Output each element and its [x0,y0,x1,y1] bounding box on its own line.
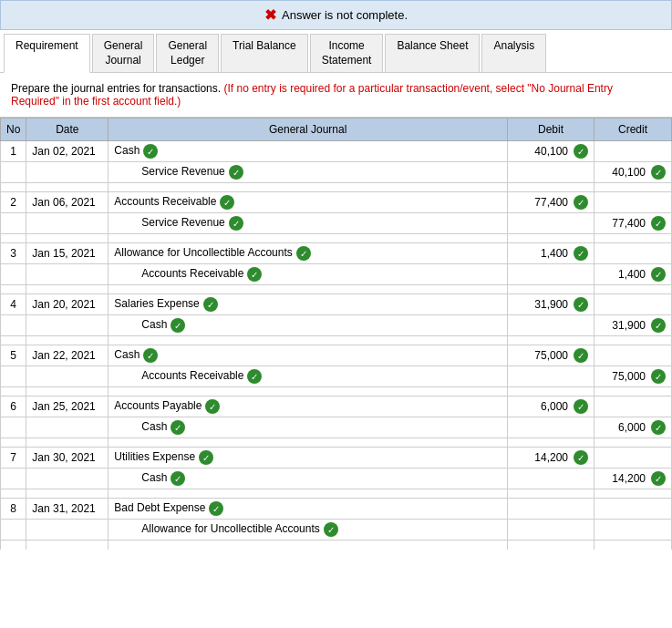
check-icon: ✓ [143,348,158,363]
cell-journal[interactable]: Allowance for Uncollectible Accounts✓ [109,243,508,264]
cell-credit[interactable]: 40,100✓ [594,162,672,183]
table-row: 8Jan 31, 2021Bad Debt Expense✓ [1,499,672,520]
check-icon: ✓ [324,522,338,537]
check-icon: ✓ [220,195,234,210]
cell-debit[interactable]: 14,200✓ [508,448,594,468]
table-row: Service Revenue✓77,400✓ [1,213,672,234]
cell-credit[interactable]: 6,000✓ [594,417,672,438]
cell-credit[interactable] [594,396,672,417]
tab-requirement[interactable]: Requirement [4,34,90,73]
cell-date [26,520,109,540]
cell-journal[interactable]: Accounts Receivable✓ [109,366,508,387]
account-text: Accounts Receivable [114,267,243,280]
table-row: 6Jan 25, 2021Accounts Payable✓6,000✓ [1,396,672,417]
cell-journal[interactable]: Cash✓ [109,141,508,162]
cell-debit[interactable]: 6,000✓ [508,396,594,417]
table-row: 5Jan 22, 2021Cash✓75,000✓ [1,345,672,366]
check-icon: ✓ [574,195,588,210]
check-icon: ✓ [574,246,588,261]
cell-no [1,468,26,489]
tab-general-ledger[interactable]: General Ledger [156,34,219,72]
cell-credit[interactable] [594,294,672,315]
cell-debit[interactable] [508,162,594,183]
cell-debit[interactable]: 75,000✓ [508,345,594,366]
cell-credit[interactable]: 77,400✓ [594,213,672,234]
credit-value: 40,100 [612,166,646,179]
table-row: 1Jan 02, 2021Cash✓40,100✓ [1,141,672,162]
col-journal: General Journal [109,118,508,141]
tab-general-journal[interactable]: General Journal [92,34,155,72]
cell-debit[interactable] [508,264,594,285]
check-icon: ✓ [651,471,666,486]
cell-credit[interactable] [594,243,672,264]
cell-journal[interactable]: Accounts Receivable✓ [109,264,508,285]
cell-credit[interactable] [594,345,672,366]
check-icon: ✓ [229,216,243,231]
account-text: Allowance for Uncollectible Accounts [114,522,319,535]
debit-value: 40,100 [534,145,568,158]
cell-debit[interactable] [508,520,594,540]
cell-debit[interactable]: 40,100✓ [508,141,594,162]
cell-credit[interactable] [594,520,672,540]
cell-no: 3 [1,243,26,264]
cell-journal[interactable]: Cash✓ [109,417,508,438]
cell-credit[interactable] [594,192,672,213]
cell-debit[interactable] [508,213,594,234]
cell-debit[interactable]: 31,900✓ [508,294,594,315]
cell-credit[interactable] [594,141,672,162]
cell-journal[interactable]: Allowance for Uncollectible Accounts✓ [109,520,508,540]
spacer-row [1,183,672,192]
debit-value: 31,900 [534,298,568,311]
credit-value: 31,900 [612,319,646,332]
table-row: Cash✓6,000✓ [1,417,672,438]
debit-value: 1,400 [541,247,568,260]
cell-credit[interactable]: 14,200✓ [594,468,672,489]
cell-debit[interactable] [508,417,594,438]
cell-credit[interactable] [594,448,672,468]
col-credit: Credit [594,118,672,141]
cell-credit[interactable] [594,499,672,520]
alert-icon: ✖ [264,6,276,24]
cell-journal[interactable]: Accounts Receivable✓ [109,192,508,213]
cell-journal[interactable]: Service Revenue✓ [109,213,508,234]
cell-debit[interactable]: 77,400✓ [508,192,594,213]
cell-journal[interactable]: Cash✓ [109,315,508,336]
tab-trial-balance[interactable]: Trial Balance [221,34,308,72]
account-text: Cash [114,348,140,361]
tab-balance-sheet[interactable]: Balance Sheet [385,34,480,72]
cell-journal[interactable]: Bad Debt Expense✓ [109,499,508,520]
cell-journal[interactable]: Cash✓ [109,468,508,489]
cell-journal[interactable]: Cash✓ [109,345,508,366]
cell-no [1,417,26,438]
cell-debit[interactable]: 1,400✓ [508,243,594,264]
tab-analysis[interactable]: Analysis [481,34,546,72]
cell-debit[interactable] [508,366,594,387]
check-icon: ✓ [203,297,218,312]
cell-debit[interactable] [508,499,594,520]
cell-credit[interactable]: 75,000✓ [594,366,672,387]
cell-debit[interactable] [508,468,594,489]
cell-date: Jan 30, 2021 [26,448,109,468]
check-icon: ✓ [247,267,262,282]
cell-credit[interactable]: 1,400✓ [594,264,672,285]
cell-credit[interactable]: 31,900✓ [594,315,672,336]
check-icon: ✓ [143,144,158,159]
account-text: Service Revenue [114,216,224,229]
account-text: Accounts Receivable [114,195,216,208]
cell-journal[interactable]: Accounts Payable✓ [109,396,508,417]
cell-date: Jan 22, 2021 [26,345,109,366]
spacer-row [1,285,672,294]
cell-date: Jan 06, 2021 [26,192,109,213]
cell-journal[interactable]: Salaries Expense✓ [109,294,508,315]
spacer-row [1,540,672,550]
alert-text: Answer is not complete. [282,8,408,22]
cell-journal[interactable]: Utilities Expense✓ [109,448,508,468]
credit-value: 75,000 [612,370,646,383]
cell-debit[interactable] [508,315,594,336]
cell-no: 8 [1,499,26,520]
instruction-main: Prepare the journal entries for transact… [11,82,221,95]
cell-no: 2 [1,192,26,213]
cell-journal[interactable]: Service Revenue✓ [109,162,508,183]
tab-income-statement[interactable]: Income Statement [310,34,384,72]
cell-date [26,162,109,183]
